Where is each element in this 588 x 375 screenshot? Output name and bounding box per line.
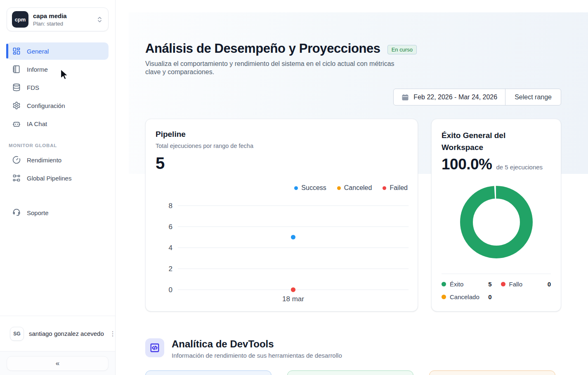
donut-legend-item-cancelado: Cancelado0 xyxy=(442,293,492,300)
devtools-card-preview xyxy=(429,370,555,375)
sidebar-item-configuracion[interactable]: Configuración xyxy=(7,97,109,114)
calendar-icon xyxy=(401,94,409,101)
sidebar-item-soporte[interactable]: Soporte xyxy=(7,204,109,221)
status-badge: En curso xyxy=(387,45,417,54)
donut-legend: Éxito5Fallo0Cancelado0 xyxy=(442,281,551,300)
date-range-display[interactable]: Feb 22, 2026 - Mar 24, 2026 xyxy=(394,89,505,105)
sidebar-item-general[interactable]: General xyxy=(7,42,109,60)
workspace-logo: cpm xyxy=(12,11,28,28)
sidebar-item-label: Rendimiento xyxy=(27,157,61,164)
success-caption: de 5 ejecuciones xyxy=(496,164,543,171)
pipeline-legend: SuccessCanceledFailed xyxy=(294,184,408,192)
pipeline-card: Pipeline Total ejecuciones por rango de … xyxy=(145,119,418,312)
workspace-plan: Plan: started xyxy=(33,21,92,27)
sidebar-item-label: Informe xyxy=(27,66,48,73)
svg-text:18 mar: 18 mar xyxy=(282,295,304,303)
chevrons-up-down-icon xyxy=(96,16,103,23)
headset-icon xyxy=(12,209,21,217)
sidebar-item-rendimiento[interactable]: Rendimiento xyxy=(7,151,109,169)
svg-text:4: 4 xyxy=(169,244,172,252)
legend-dot xyxy=(337,186,341,190)
sidebar: cpm capa media Plan: started General Inf… xyxy=(0,0,116,375)
main-area: Análisis de Desempeño y Proyecciones En … xyxy=(116,0,588,375)
devtools-card-preview xyxy=(287,370,413,375)
monitor-nav: Rendimiento Global Pipelines Soporte xyxy=(0,151,115,221)
donut-legend-item-fallo: Fallo0 xyxy=(501,281,551,288)
date-range-control: Feb 22, 2026 - Mar 24, 2026 Select range xyxy=(393,89,561,105)
gauge-icon xyxy=(12,156,21,164)
devtools-subtitle: Información de rendimiento de sus herram… xyxy=(172,352,342,359)
sidebar-item-label: General xyxy=(27,48,49,55)
devtools-card-preview xyxy=(145,370,272,375)
svg-text:6: 6 xyxy=(169,223,172,231)
donut-chart xyxy=(442,184,551,260)
success-percent: 100.0% xyxy=(442,156,492,173)
donut-ring xyxy=(466,192,526,252)
avatar: SG xyxy=(10,327,24,341)
select-range-button[interactable]: Select range xyxy=(505,89,561,105)
sidebar-item-fds[interactable]: FDS xyxy=(7,79,109,96)
nav-gap xyxy=(7,188,109,203)
devtools-title: Analítica de DevTools xyxy=(172,338,342,350)
sidebar-item-label: Global Pipelines xyxy=(27,175,71,182)
donut-legend-item-éxito: Éxito5 xyxy=(442,281,492,288)
workspace-success-card: Éxito General del Workspace 100.0% de 5 … xyxy=(431,119,561,312)
donut-legend-divider xyxy=(442,274,551,274)
page-header: Análisis de Desempeño y Proyecciones En … xyxy=(145,0,561,76)
pipelines-icon xyxy=(12,174,21,182)
pipeline-card-subtitle: Total ejecuciones por rango de fecha xyxy=(156,143,408,149)
workspace-name: capa media xyxy=(33,12,92,20)
sidebar-item-label: Configuración xyxy=(27,102,65,109)
legend-item-success: Success xyxy=(294,184,326,192)
svg-text:0: 0 xyxy=(169,286,172,294)
pipeline-card-title: Pipeline xyxy=(156,130,408,139)
sidebar-item-informe[interactable]: Informe xyxy=(7,61,109,78)
svg-text:8: 8 xyxy=(169,202,172,210)
page-subtitle: Visualiza el comportamiento y rendimient… xyxy=(145,60,411,76)
workspace-selector[interactable]: cpm capa media Plan: started xyxy=(7,7,109,31)
workspace-meta: capa media Plan: started xyxy=(33,12,92,27)
legend-dot xyxy=(294,186,298,190)
devtools-cards-row xyxy=(145,370,561,375)
kebab-menu-icon[interactable]: ⋮ xyxy=(109,329,117,338)
devtools-section-header: Analítica de DevTools Información de ren… xyxy=(145,338,561,359)
svg-text:2: 2 xyxy=(169,265,172,273)
sidebar-item-label: FDS xyxy=(27,84,39,91)
legend-dot xyxy=(383,186,386,190)
legend-dot xyxy=(501,282,505,286)
date-row: Feb 22, 2026 - Mar 24, 2026 Select range xyxy=(145,89,561,105)
user-name: santiago gonzalez acevedo xyxy=(29,330,104,337)
dashboard-icon xyxy=(12,47,21,55)
primary-nav: General Informe FDS Configuración IA Cha… xyxy=(0,42,115,132)
collapse-bar: « xyxy=(0,351,115,375)
database-icon xyxy=(12,83,21,91)
bot-icon xyxy=(12,120,21,128)
notebook-icon xyxy=(12,65,21,73)
select-range-label: Select range xyxy=(515,94,552,101)
sidebar-item-label: IA Chat xyxy=(27,120,47,127)
page-title: Análisis de Desempeño y Proyecciones xyxy=(145,41,380,56)
legend-dot xyxy=(442,282,446,286)
legend-item-canceled: Canceled xyxy=(337,184,372,192)
gear-icon xyxy=(12,101,21,110)
sidebar-spacer xyxy=(0,221,115,316)
code-box-icon xyxy=(145,338,164,357)
pipeline-total-value: 5 xyxy=(156,154,408,173)
sidebar-item-label: Soporte xyxy=(27,209,49,216)
collapse-icon: « xyxy=(56,359,59,368)
cards-row: Pipeline Total ejecuciones por rango de … xyxy=(145,119,561,312)
pipeline-chart: 0246818 mar xyxy=(156,195,409,305)
sidebar-item-global-pipelines[interactable]: Global Pipelines xyxy=(7,169,109,187)
user-row[interactable]: SG santiago gonzalez acevedo ⋮ xyxy=(0,316,115,351)
devtools-text: Analítica de DevTools Información de ren… xyxy=(172,338,342,359)
legend-item-failed: Failed xyxy=(383,184,408,192)
success-card-title: Éxito General del Workspace xyxy=(442,130,520,153)
sidebar-collapse-button[interactable]: « xyxy=(7,356,109,371)
sidebar-item-ia-chat[interactable]: IA Chat xyxy=(7,115,109,132)
nav-section-label: MONITOR GLOBAL xyxy=(7,143,109,148)
date-range-value: Feb 22, 2026 - Mar 24, 2026 xyxy=(413,94,497,101)
legend-dot xyxy=(442,295,446,299)
